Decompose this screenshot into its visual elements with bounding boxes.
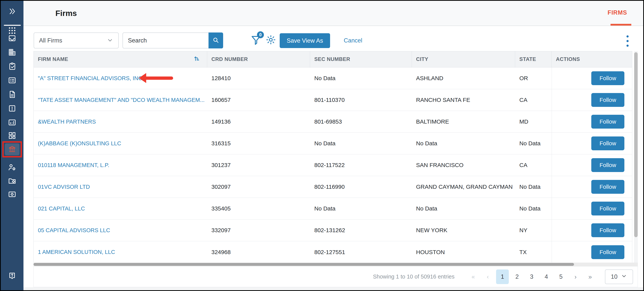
- table-row: 010118 MANAGEMENT, L.P.301237802-117522S…: [34, 154, 632, 176]
- follow-button[interactable]: Follow: [591, 93, 624, 107]
- follow-button[interactable]: Follow: [591, 180, 624, 194]
- search-icon: [212, 36, 220, 44]
- document-icon[interactable]: [8, 90, 16, 99]
- actions-cell: Follow: [552, 89, 632, 111]
- firm-name-link[interactable]: "TATE ASSET MANAGEMENT" AND "DCO WEALTH …: [38, 97, 205, 103]
- firm-cell: 021 CAPITAL, LLC: [34, 198, 207, 219]
- pagination-bar: Showing 1 to 10 of 50916 entries « ‹ 123…: [34, 266, 638, 287]
- city-cell: ASHLAND: [412, 67, 515, 89]
- inbox-icon[interactable]: [8, 34, 16, 43]
- folder-gear-icon[interactable]: [8, 176, 16, 185]
- firm-name-link[interactable]: 021 CAPITAL, LLC: [38, 206, 85, 212]
- page-button[interactable]: 4: [540, 270, 553, 284]
- follow-button[interactable]: Follow: [591, 202, 624, 216]
- settings-button[interactable]: [266, 34, 276, 45]
- help-icon[interactable]: [8, 272, 16, 280]
- firm-name-link[interactable]: 1 AMERICAN SOLUTION, LLC: [38, 249, 115, 255]
- follow-button[interactable]: Follow: [591, 136, 624, 150]
- city-cell: BALTIMORE: [412, 111, 515, 132]
- pagination-summary: Showing 1 to 10 of 50916 entries: [373, 274, 454, 280]
- sec-cell: 801-110370: [310, 89, 412, 111]
- sec-cell: 801-69853: [310, 111, 412, 132]
- firm-name-link[interactable]: "A" STREET FINANCIAL ADVISORS, INC.: [38, 75, 144, 81]
- column-header-firm-name[interactable]: FIRM NAME: [34, 51, 207, 67]
- save-view-as-button[interactable]: Save View As: [280, 33, 330, 48]
- sidebar: [1, 1, 24, 290]
- follow-button[interactable]: Follow: [591, 158, 624, 172]
- actions-cell: Follow: [552, 220, 632, 241]
- actions-cell: Follow: [552, 67, 632, 89]
- app-window: Firms FIRMS All Firms 0: [0, 0, 644, 291]
- firm-name-link[interactable]: (K)ABBAGE (K)ONSULTING LLC: [38, 140, 121, 147]
- actions-cell: Follow: [552, 133, 632, 154]
- firm-cell: 01VC ADVISOR LTD: [34, 176, 207, 198]
- tab-active-indicator: [610, 24, 631, 25]
- vertical-scrollbar-thumb[interactable]: [634, 52, 638, 237]
- gear-icon: [266, 42, 276, 46]
- column-header-sec-number[interactable]: SEC NUMBER: [310, 51, 412, 67]
- sec-cell: 802-116990: [310, 176, 412, 198]
- table-body: "A" STREET FINANCIAL ADVISORS, INC.12841…: [34, 67, 632, 263]
- state-cell: No Data: [515, 198, 552, 219]
- firm-name-link[interactable]: &WEALTH PARTNERS: [38, 119, 96, 125]
- state-cell: NY: [515, 220, 552, 241]
- page-button-active[interactable]: 1: [496, 270, 509, 284]
- filter-button[interactable]: 0: [250, 34, 263, 47]
- sort-ascending-icon[interactable]: [193, 55, 201, 64]
- table-row: (K)ABBAGE (K)ONSULTING LLC316315No DataN…: [34, 133, 632, 154]
- user-gear-icon[interactable]: [8, 163, 16, 172]
- dashboard-tiles-icon[interactable]: [8, 131, 16, 140]
- sec-cell: No Data: [310, 198, 412, 219]
- view-selector-dropdown[interactable]: All Firms: [34, 32, 119, 48]
- firm-name-link[interactable]: 010118 MANAGEMENT, L.P.: [38, 162, 109, 168]
- city-cell: No Data: [412, 133, 515, 154]
- search-input[interactable]: [122, 32, 208, 48]
- crd-cell: 302097: [207, 176, 310, 198]
- next-page-button[interactable]: ›: [569, 270, 582, 284]
- firm-cell: "A" STREET FINANCIAL ADVISORS, INC.: [34, 67, 207, 89]
- sec-cell: 802-117522: [310, 154, 412, 176]
- bank-icon: [8, 145, 17, 154]
- column-header-state[interactable]: STATE: [515, 51, 552, 67]
- column-header-actions: ACTIONS: [552, 51, 632, 67]
- search-button[interactable]: [208, 32, 223, 48]
- city-cell: No Data: [412, 198, 515, 219]
- box-alert-icon[interactable]: [8, 104, 16, 113]
- table-row: "TATE ASSET MANAGEMENT" AND "DCO WEALTH …: [34, 89, 632, 111]
- state-cell: TX: [515, 241, 552, 263]
- last-page-button[interactable]: »: [584, 270, 596, 284]
- follow-button[interactable]: Follow: [591, 115, 624, 129]
- city-cell: HOUSTON: [412, 241, 515, 263]
- first-page-button[interactable]: «: [467, 270, 480, 284]
- follow-button[interactable]: Follow: [591, 71, 624, 85]
- firm-name-link[interactable]: 01VC ADVISOR LTD: [38, 184, 90, 190]
- sec-cell: 802-127551: [310, 241, 412, 263]
- previous-page-button[interactable]: ‹: [482, 270, 494, 284]
- page-button[interactable]: 2: [511, 270, 524, 284]
- clipboard-check-icon[interactable]: [8, 62, 16, 71]
- firm-name-link[interactable]: 05 CAPITAL ADVISORS LLC: [38, 227, 110, 234]
- column-header-crd-number[interactable]: CRD NUMBER: [207, 51, 310, 67]
- follow-button[interactable]: Follow: [591, 245, 624, 259]
- cancel-link[interactable]: Cancel: [344, 37, 362, 44]
- list-icon[interactable]: [8, 76, 16, 85]
- screen-gear-icon[interactable]: [8, 190, 16, 199]
- crd-cell: 160657: [207, 89, 310, 111]
- building-icon[interactable]: [8, 48, 16, 57]
- tab-firms-label: FIRMS: [608, 9, 627, 16]
- more-options-button[interactable]: [624, 34, 631, 48]
- sidebar-divider: [4, 25, 21, 26]
- page-button[interactable]: 3: [525, 270, 538, 284]
- page-size-dropdown[interactable]: 10: [605, 270, 633, 284]
- page-button[interactable]: 5: [554, 270, 567, 284]
- firm-cell: "TATE ASSET MANAGEMENT" AND "DCO WEALTH …: [34, 89, 207, 111]
- sidebar-item-firms-active[interactable]: [5, 143, 20, 155]
- bar-chart-icon[interactable]: [8, 118, 16, 127]
- crd-cell: 324968: [207, 241, 310, 263]
- follow-button[interactable]: Follow: [591, 223, 624, 237]
- collapse-panel-icon[interactable]: [8, 7, 16, 15]
- table-row: "A" STREET FINANCIAL ADVISORS, INC.12841…: [34, 67, 632, 89]
- sec-cell: 802-131262: [310, 220, 412, 241]
- horizontal-scrollbar-thumb[interactable]: [34, 263, 574, 266]
- column-header-city[interactable]: CITY: [412, 51, 515, 67]
